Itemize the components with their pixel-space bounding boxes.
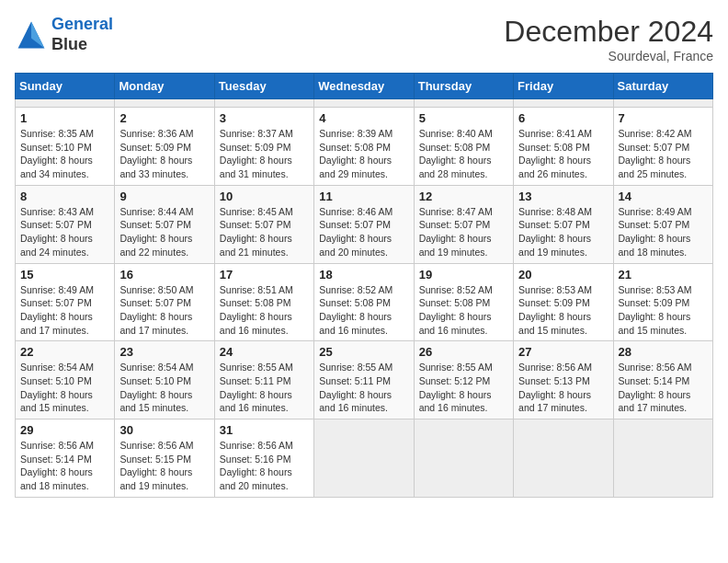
day-info: Sunrise: 8:54 AM Sunset: 5:10 PM Dayligh… <box>20 361 109 415</box>
day-info: Sunrise: 8:44 AM Sunset: 5:07 PM Dayligh… <box>119 205 209 259</box>
calendar-cell: 12Sunrise: 8:47 AM Sunset: 5:07 PM Dayli… <box>414 185 513 263</box>
title-area: December 2024 Sourdeval, France <box>504 15 713 63</box>
calendar-week-0 <box>16 99 713 108</box>
calendar-cell: 5Sunrise: 8:40 AM Sunset: 5:08 PM Daylig… <box>414 108 513 186</box>
calendar-cell: 9Sunrise: 8:44 AM Sunset: 5:07 PM Daylig… <box>115 185 214 263</box>
day-number: 22 <box>20 345 109 359</box>
day-info: Sunrise: 8:52 AM Sunset: 5:08 PM Dayligh… <box>419 283 508 338</box>
calendar-cell: 11Sunrise: 8:46 AM Sunset: 5:07 PM Dayli… <box>314 185 414 263</box>
day-number: 30 <box>119 423 209 437</box>
calendar-cell <box>214 99 313 108</box>
calendar-cell: 8Sunrise: 8:43 AM Sunset: 5:07 PM Daylig… <box>16 185 115 263</box>
calendar-week-5: 29Sunrise: 8:56 AM Sunset: 5:14 PM Dayli… <box>16 419 713 498</box>
calendar-cell <box>314 419 414 498</box>
calendar-cell: 2Sunrise: 8:36 AM Sunset: 5:09 PM Daylig… <box>115 108 214 186</box>
day-info: Sunrise: 8:43 AM Sunset: 5:07 PM Dayligh… <box>20 205 109 259</box>
weekday-header-wednesday: Wednesday <box>314 74 414 99</box>
day-number: 1 <box>20 111 109 125</box>
day-number: 4 <box>319 111 408 125</box>
day-info: Sunrise: 8:54 AM Sunset: 5:10 PM Dayligh… <box>119 361 209 415</box>
day-info: Sunrise: 8:51 AM Sunset: 5:08 PM Dayligh… <box>220 283 309 338</box>
day-number: 12 <box>419 190 508 203</box>
calendar-table: SundayMondayTuesdayWednesdayThursdayFrid… <box>15 73 713 498</box>
calendar-cell: 3Sunrise: 8:37 AM Sunset: 5:09 PM Daylig… <box>214 108 313 186</box>
day-info: Sunrise: 8:56 AM Sunset: 5:14 PM Dayligh… <box>619 361 708 415</box>
day-number: 25 <box>319 345 408 359</box>
day-number: 7 <box>619 111 708 125</box>
calendar-week-1: 1Sunrise: 8:35 AM Sunset: 5:10 PM Daylig… <box>16 108 713 186</box>
day-info: Sunrise: 8:55 AM Sunset: 5:11 PM Dayligh… <box>319 361 408 415</box>
day-number: 16 <box>119 268 209 282</box>
day-info: Sunrise: 8:52 AM Sunset: 5:08 PM Dayligh… <box>319 283 408 338</box>
calendar-cell <box>414 419 513 498</box>
logo: General Blue <box>15 15 113 54</box>
calendar-cell: 23Sunrise: 8:54 AM Sunset: 5:10 PM Dayli… <box>115 341 214 419</box>
calendar-cell: 29Sunrise: 8:56 AM Sunset: 5:14 PM Dayli… <box>16 419 115 498</box>
day-info: Sunrise: 8:42 AM Sunset: 5:07 PM Dayligh… <box>619 127 708 181</box>
calendar-week-4: 22Sunrise: 8:54 AM Sunset: 5:10 PM Dayli… <box>16 341 713 419</box>
weekday-header-sunday: Sunday <box>16 74 115 99</box>
calendar-cell: 16Sunrise: 8:50 AM Sunset: 5:07 PM Dayli… <box>115 263 214 341</box>
day-number: 6 <box>518 111 608 125</box>
day-info: Sunrise: 8:56 AM Sunset: 5:15 PM Dayligh… <box>119 439 209 493</box>
calendar-cell: 31Sunrise: 8:56 AM Sunset: 5:16 PM Dayli… <box>214 419 313 498</box>
calendar-cell: 4Sunrise: 8:39 AM Sunset: 5:08 PM Daylig… <box>314 108 414 186</box>
day-number: 20 <box>518 268 608 282</box>
calendar-cell: 19Sunrise: 8:52 AM Sunset: 5:08 PM Dayli… <box>414 263 513 341</box>
calendar-cell: 26Sunrise: 8:55 AM Sunset: 5:12 PM Dayli… <box>414 341 513 419</box>
calendar-cell: 22Sunrise: 8:54 AM Sunset: 5:10 PM Dayli… <box>16 341 115 419</box>
day-info: Sunrise: 8:53 AM Sunset: 5:09 PM Dayligh… <box>518 283 608 338</box>
calendar-cell <box>16 99 115 108</box>
day-number: 13 <box>518 190 608 203</box>
calendar-cell: 17Sunrise: 8:51 AM Sunset: 5:08 PM Dayli… <box>214 263 313 341</box>
calendar-cell: 30Sunrise: 8:56 AM Sunset: 5:15 PM Dayli… <box>115 419 214 498</box>
day-info: Sunrise: 8:45 AM Sunset: 5:07 PM Dayligh… <box>220 205 309 259</box>
calendar-week-3: 15Sunrise: 8:49 AM Sunset: 5:07 PM Dayli… <box>16 263 713 341</box>
weekday-header-saturday: Saturday <box>613 74 712 99</box>
day-info: Sunrise: 8:47 AM Sunset: 5:07 PM Dayligh… <box>419 205 508 259</box>
day-info: Sunrise: 8:50 AM Sunset: 5:07 PM Dayligh… <box>119 283 209 338</box>
calendar-cell: 13Sunrise: 8:48 AM Sunset: 5:07 PM Dayli… <box>514 185 613 263</box>
day-number: 17 <box>220 268 309 282</box>
calendar-cell: 20Sunrise: 8:53 AM Sunset: 5:09 PM Dayli… <box>514 263 613 341</box>
day-info: Sunrise: 8:41 AM Sunset: 5:08 PM Dayligh… <box>518 127 608 181</box>
day-info: Sunrise: 8:48 AM Sunset: 5:07 PM Dayligh… <box>518 205 608 259</box>
weekday-header-friday: Friday <box>514 74 613 99</box>
calendar-cell: 28Sunrise: 8:56 AM Sunset: 5:14 PM Dayli… <box>613 341 712 419</box>
day-number: 28 <box>619 345 708 359</box>
day-info: Sunrise: 8:49 AM Sunset: 5:07 PM Dayligh… <box>20 283 109 338</box>
day-number: 9 <box>119 190 209 203</box>
page-header: General Blue December 2024 Sourdeval, Fr… <box>15 15 713 63</box>
weekday-header-tuesday: Tuesday <box>214 74 313 99</box>
weekday-header-thursday: Thursday <box>414 74 513 99</box>
day-number: 19 <box>419 268 508 282</box>
day-number: 5 <box>419 111 508 125</box>
day-info: Sunrise: 8:39 AM Sunset: 5:08 PM Dayligh… <box>319 127 408 181</box>
calendar-cell: 27Sunrise: 8:56 AM Sunset: 5:13 PM Dayli… <box>514 341 613 419</box>
calendar-cell: 25Sunrise: 8:55 AM Sunset: 5:11 PM Dayli… <box>314 341 414 419</box>
day-info: Sunrise: 8:37 AM Sunset: 5:09 PM Dayligh… <box>220 127 309 181</box>
day-info: Sunrise: 8:55 AM Sunset: 5:11 PM Dayligh… <box>220 361 309 415</box>
calendar-cell <box>613 99 712 108</box>
calendar-cell <box>514 419 613 498</box>
calendar-cell: 6Sunrise: 8:41 AM Sunset: 5:08 PM Daylig… <box>514 108 613 186</box>
day-info: Sunrise: 8:56 AM Sunset: 5:13 PM Dayligh… <box>518 361 608 415</box>
day-number: 24 <box>220 345 309 359</box>
day-number: 18 <box>319 268 408 282</box>
day-number: 8 <box>20 190 109 203</box>
calendar-cell: 7Sunrise: 8:42 AM Sunset: 5:07 PM Daylig… <box>613 108 712 186</box>
day-number: 14 <box>619 190 708 203</box>
day-number: 29 <box>20 423 109 437</box>
calendar-cell <box>514 99 613 108</box>
calendar-cell: 1Sunrise: 8:35 AM Sunset: 5:10 PM Daylig… <box>16 108 115 186</box>
calendar-cell <box>414 99 513 108</box>
weekday-header-monday: Monday <box>115 74 214 99</box>
day-number: 15 <box>20 268 109 282</box>
day-number: 21 <box>619 268 708 282</box>
calendar-cell: 18Sunrise: 8:52 AM Sunset: 5:08 PM Dayli… <box>314 263 414 341</box>
day-number: 23 <box>119 345 209 359</box>
day-number: 31 <box>220 423 309 437</box>
day-number: 11 <box>319 190 408 203</box>
weekday-header-row: SundayMondayTuesdayWednesdayThursdayFrid… <box>16 74 713 99</box>
day-info: Sunrise: 8:35 AM Sunset: 5:10 PM Dayligh… <box>20 127 109 181</box>
